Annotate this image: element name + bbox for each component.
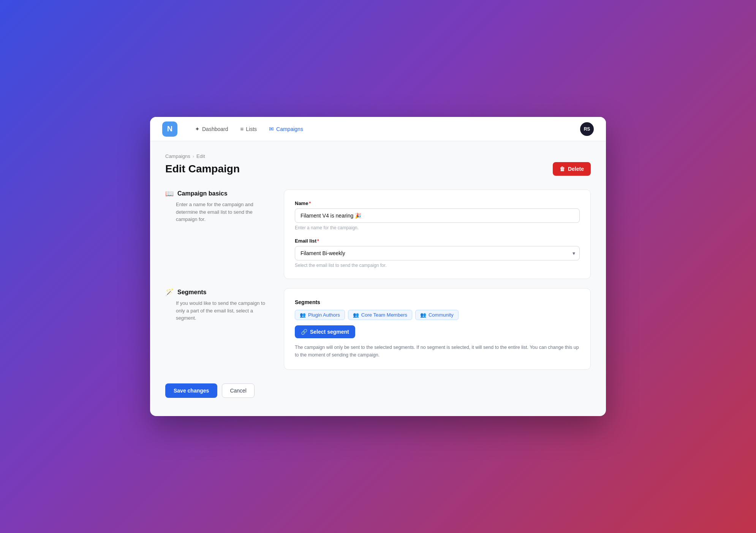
name-label: Name* — [295, 200, 580, 206]
name-field-group: Name* Enter a name for the campaign. — [295, 200, 580, 230]
breadcrumb-separator: › — [193, 153, 194, 159]
nav-item-campaigns-label: Campaigns — [276, 126, 303, 132]
breadcrumb-current: Edit — [196, 153, 205, 159]
basics-description: Enter a name for the campaign and determ… — [165, 201, 272, 223]
top-nav: N ✦ Dashboard ≡ Lists ✉ Campaigns RS — [150, 117, 606, 141]
app-logo: N — [162, 121, 177, 137]
select-segment-btn-label: Select segment — [310, 329, 349, 335]
email-list-label: Email list* — [295, 238, 580, 244]
section-segments: 🪄 Segments If you would like to send the… — [165, 288, 591, 370]
nav-item-campaigns[interactable]: ✉ Campaigns — [264, 123, 308, 136]
app-window: N ✦ Dashboard ≡ Lists ✉ Campaigns RS Cam… — [150, 117, 606, 416]
segment-tag-community[interactable]: 👥 Community — [415, 310, 459, 320]
segment-tags: 👥 Plugin Authors 👥 Core Team Members 👥 C… — [295, 310, 580, 320]
people-icon-1: 👥 — [300, 312, 306, 318]
basics-title: Campaign basics — [177, 190, 228, 197]
segment-tag-core-team-label: Core Team Members — [361, 312, 407, 318]
save-button[interactable]: Save changes — [165, 383, 217, 398]
user-avatar[interactable]: RS — [580, 122, 594, 136]
segment-tag-plugin-authors[interactable]: 👥 Plugin Authors — [295, 310, 345, 320]
campaigns-icon: ✉ — [269, 126, 274, 132]
name-input[interactable] — [295, 208, 580, 223]
delete-button[interactable]: 🗑 Delete — [553, 162, 591, 176]
segments-title-row: 🪄 Segments — [165, 288, 272, 296]
basics-title-row: 📖 Campaign basics — [165, 189, 272, 198]
nav-item-lists-label: Lists — [246, 126, 257, 132]
email-list-select[interactable]: Filament Bi-weekly Newsletter Product Up… — [295, 246, 580, 260]
segment-tag-plugin-authors-label: Plugin Authors — [308, 312, 340, 318]
cancel-button-label: Cancel — [230, 388, 247, 394]
book-icon: 📖 — [165, 189, 174, 198]
segments-meta: 🪄 Segments If you would like to send the… — [165, 288, 272, 322]
link-icon: 🔗 — [301, 329, 307, 335]
trash-icon: 🗑 — [560, 166, 565, 172]
email-list-select-wrapper: Filament Bi-weekly Newsletter Product Up… — [295, 246, 580, 260]
nav-items: ✦ Dashboard ≡ Lists ✉ Campaigns — [190, 123, 568, 136]
form-sections: 📖 Campaign basics Enter a name for the c… — [165, 189, 591, 370]
section-basics: 📖 Campaign basics Enter a name for the c… — [165, 189, 591, 279]
name-hint: Enter a name for the campaign. — [295, 225, 580, 230]
email-list-field-group: Email list* Filament Bi-weekly Newslette… — [295, 238, 580, 268]
cancel-button[interactable]: Cancel — [222, 383, 255, 398]
segments-icon: 🪄 — [165, 288, 174, 296]
nav-item-lists[interactable]: ≡ Lists — [235, 123, 263, 135]
name-required: * — [309, 201, 311, 206]
select-segment-button[interactable]: 🔗 Select segment — [295, 325, 355, 338]
breadcrumb-root[interactable]: Campaigns — [165, 153, 190, 159]
page-header: Edit Campaign 🗑 Delete — [165, 162, 591, 176]
email-list-hint: Select the email list to send the campai… — [295, 263, 580, 268]
basics-meta: 📖 Campaign basics Enter a name for the c… — [165, 189, 272, 223]
main-content: Campaigns › Edit Edit Campaign 🗑 Delete … — [150, 141, 606, 416]
email-list-required: * — [317, 238, 319, 244]
segments-label: Segments — [295, 299, 580, 305]
save-button-label: Save changes — [174, 388, 209, 394]
delete-button-label: Delete — [568, 166, 584, 172]
basics-card: Name* Enter a name for the campaign. Ema… — [284, 189, 591, 279]
nav-item-dashboard-label: Dashboard — [202, 126, 228, 132]
segments-description: If you would like to send the campaign t… — [165, 300, 272, 322]
avatar-initials: RS — [584, 126, 590, 132]
segments-title: Segments — [177, 289, 206, 296]
footer-actions: Save changes Cancel — [165, 383, 591, 398]
segments-card: Segments 👥 Plugin Authors 👥 Core Team Me… — [284, 288, 591, 370]
page-title: Edit Campaign — [165, 163, 240, 175]
people-icon-3: 👥 — [420, 312, 426, 318]
segment-tag-community-label: Community — [429, 312, 454, 318]
dashboard-icon: ✦ — [195, 126, 200, 132]
segment-tag-core-team[interactable]: 👥 Core Team Members — [348, 310, 412, 320]
people-icon-2: 👥 — [353, 312, 359, 318]
logo-letter: N — [167, 125, 172, 133]
lists-icon: ≡ — [240, 126, 244, 132]
nav-item-dashboard[interactable]: ✦ Dashboard — [190, 123, 234, 136]
segments-hint: The campaign will only be sent to the se… — [295, 344, 580, 359]
breadcrumb: Campaigns › Edit — [165, 153, 591, 159]
